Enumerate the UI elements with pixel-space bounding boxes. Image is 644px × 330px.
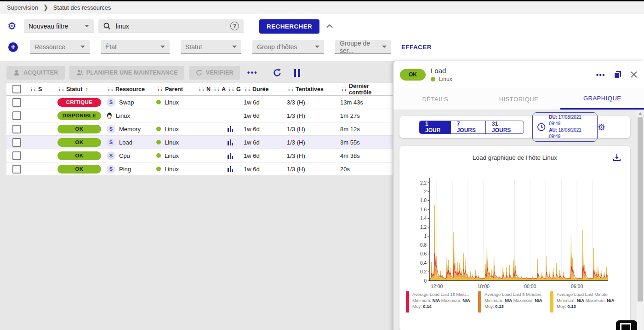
row-checkbox[interactable] — [12, 111, 21, 120]
table-row[interactable]: OK S Cpu Linux 1w 6d 1/3 (H) 4 — [6, 149, 393, 162]
row-checkbox[interactable] — [12, 165, 21, 174]
resource-name[interactable]: Load — [119, 139, 132, 146]
column-header-last-check[interactable]: Dernier contrôle — [349, 83, 393, 96]
chart-legend-item[interactable]: Average Load Last 15 Minu... Minimum: N/… — [406, 291, 478, 313]
column-header-notes[interactable]: N — [206, 86, 211, 93]
breadcrumb-supervision[interactable]: Supervision — [7, 4, 38, 11]
sort-asc-icon[interactable]: ↑ — [85, 86, 88, 93]
chart-legend-item[interactable]: Average Load Last Minute Minimum: N/A Ma… — [550, 291, 622, 313]
saved-filter-select[interactable]: Nouveau filtre — [24, 19, 94, 33]
row-checkbox[interactable] — [12, 98, 21, 107]
table-row[interactable]: CRITIQUE S Swap Linux 1w 6d 3/3 (H — [6, 96, 393, 109]
table-row[interactable]: DISPONIBLE S Linux 1w 6d 1/3 (H) 1m 27s — [6, 109, 393, 122]
filter-criteria-dropdown[interactable]: Statut — [181, 40, 241, 54]
column-header-severity[interactable]: S — [38, 86, 42, 93]
scrollbar-thumb[interactable] — [638, 117, 643, 301]
range-1-day-button[interactable]: 1 JOUR — [419, 121, 450, 133]
range-7-days-button[interactable]: 7 JOURS — [450, 121, 485, 133]
graph-settings-gear-icon[interactable]: ⚙ — [598, 122, 605, 133]
graph-available-icon[interactable] — [228, 153, 233, 159]
svg-text:00:00: 00:00 — [524, 284, 536, 289]
column-header-status[interactable]: Statut — [66, 86, 82, 93]
tab-history[interactable]: HISTORIQUE — [477, 88, 561, 110]
row-checkbox[interactable] — [12, 151, 21, 160]
resource-name[interactable]: Ping — [119, 166, 131, 173]
graph-available-icon[interactable] — [228, 166, 233, 172]
table-row[interactable]: OK S Ping Linux 1w 6d 1/3 (H) — [6, 162, 393, 176]
drag-handle-icon[interactable]: ⋮⋮ — [287, 87, 293, 92]
drag-handle-icon[interactable]: ⋮⋮ — [107, 87, 113, 92]
column-header-parent[interactable]: Parent — [165, 86, 183, 93]
range-31-days-button[interactable]: 31 JOURS — [485, 121, 524, 133]
graph-card: Load graphique de l'hôte Linux 00.20.40.… — [399, 146, 630, 330]
status-badge: OK — [57, 165, 101, 174]
export-download-icon[interactable] — [613, 153, 621, 162]
filter-criteria-dropdown[interactable]: Ressource — [30, 40, 90, 54]
filter-criteria-dropdown[interactable]: Groupe de ser... — [335, 40, 391, 54]
parent-status-dot-icon — [156, 100, 161, 104]
select-all-checkbox[interactable] — [12, 85, 21, 93]
panel-more-actions-icon[interactable]: ••• — [596, 71, 605, 79]
drag-handle-icon[interactable]: ⋮⋮ — [340, 87, 347, 92]
resource-name[interactable]: Cpu — [119, 152, 130, 159]
column-header-action[interactable]: A — [222, 86, 226, 93]
close-panel-icon[interactable] — [630, 71, 638, 78]
search-input[interactable] — [115, 22, 230, 30]
drag-handle-icon[interactable]: ⋮⋮ — [57, 87, 64, 92]
table-row[interactable]: OK S Memory Linux 1w 6d 1/3 (H) — [6, 122, 393, 136]
row-checkbox[interactable] — [12, 125, 21, 133]
more-actions-icon[interactable]: ••• — [247, 69, 258, 77]
chart-legend: Average Load Last 15 Minu... Minimum: N/… — [403, 291, 627, 313]
parent-name[interactable]: Linux — [165, 99, 179, 106]
table-row[interactable]: OK S Load Linux 1w 6d 1/3 (H) — [6, 136, 393, 149]
tab-details[interactable]: DÉTAILS — [393, 88, 477, 110]
column-header-graph[interactable]: G — [236, 86, 241, 93]
add-criteria-button[interactable]: + — [8, 42, 18, 52]
set-downtime-button[interactable]: PLANIFIER UNE MAINTENANCE — [69, 66, 184, 80]
search-box[interactable]: ? — [98, 19, 244, 33]
load-time-series-chart[interactable]: 00.20.40.60.811.21.41.61.822.212:0018:00… — [403, 174, 624, 290]
breadcrumb-resource-status[interactable]: Statut des ressources — [53, 4, 111, 11]
column-header-duration[interactable]: Durée — [252, 86, 268, 93]
copy-link-icon[interactable] — [614, 70, 622, 79]
acknowledge-button[interactable]: ACQUITTER — [6, 66, 65, 80]
drag-handle-icon[interactable]: ⋮⋮ — [156, 87, 163, 92]
panel-subtitle[interactable]: Linux — [439, 76, 452, 82]
search-button[interactable]: RECHERCHER — [259, 19, 319, 34]
collapse-filters-chevron-up-icon[interactable] — [326, 24, 333, 29]
scrollbar-up-arrow-icon[interactable] — [637, 110, 644, 116]
refresh-icon[interactable] — [273, 68, 282, 77]
parent-name[interactable]: Linux — [165, 126, 179, 133]
drag-handle-icon[interactable]: ⋮⋮ — [244, 87, 250, 92]
tab-graph[interactable]: GRAPHIQUE — [560, 88, 644, 110]
pause-refresh-icon[interactable] — [294, 69, 300, 77]
resource-name[interactable]: Swap — [119, 99, 134, 106]
row-checkbox[interactable] — [12, 138, 21, 147]
search-icon — [103, 22, 111, 30]
filter-settings-gear-icon[interactable]: ⚙ — [7, 21, 19, 31]
drag-handle-icon[interactable]: ⋮⋮ — [213, 87, 219, 92]
parent-name[interactable]: Linux — [165, 139, 179, 146]
drag-handle-icon[interactable]: ⋮⋮ — [29, 87, 36, 92]
filter-criteria-dropdown[interactable]: État — [101, 40, 170, 54]
resource-name[interactable]: Linux — [116, 112, 130, 119]
search-help-icon[interactable]: ? — [230, 22, 239, 30]
graph-available-icon[interactable] — [228, 126, 233, 132]
resources-table: ⋮⋮S ⋮⋮Statut↑ ⋮⋮Ressource ⋮⋮Parent ⋮⋮N ⋮… — [6, 83, 393, 176]
parent-name[interactable]: Linux — [165, 166, 179, 173]
resource-name[interactable]: Memory — [119, 126, 141, 133]
last-check-value: 4m 38s — [340, 152, 360, 159]
service-icon: S — [107, 151, 115, 160]
column-header-tries[interactable]: Tentatives — [296, 86, 324, 93]
parent-name[interactable]: Linux — [165, 152, 179, 159]
column-header-resource[interactable]: Ressource — [115, 86, 145, 93]
clear-filters-button[interactable]: EFFACER — [397, 41, 436, 53]
graph-available-icon[interactable] — [228, 139, 233, 145]
custom-period-button[interactable]: DU: 17/08/2021 09:49 AU: 18/08/2021 09:4… — [532, 112, 598, 142]
chart-legend-item[interactable]: Average Load Last 5 Minutes Minimum: N/A… — [478, 291, 550, 313]
panel-scrollbar[interactable] — [637, 110, 644, 330]
drag-handle-icon[interactable]: ⋮⋮ — [198, 87, 204, 92]
check-button[interactable]: VÉRIFIER — [189, 66, 240, 80]
filter-criteria-dropdown[interactable]: Group d'hôtes — [252, 40, 324, 54]
drag-handle-icon[interactable]: ⋮⋮ — [228, 87, 234, 92]
